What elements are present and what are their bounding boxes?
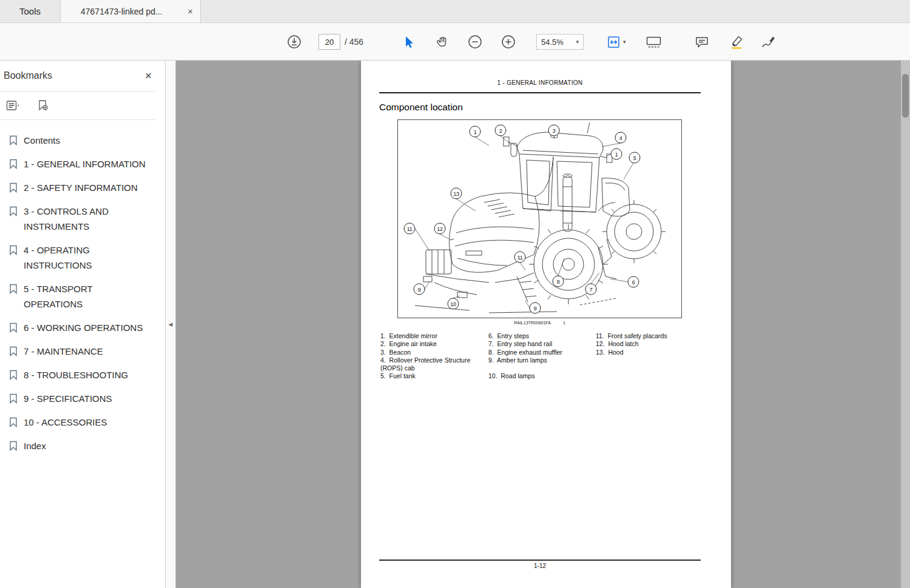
tab-tools[interactable]: Tools xyxy=(0,0,61,22)
page-footer-number: 1-12 xyxy=(379,563,701,569)
callout-number: 1 xyxy=(470,126,481,138)
vertical-scrollbar[interactable] xyxy=(901,61,910,588)
bookmarks-list: Contents 1 - GENERAL INFORMATION 2 - SAF xyxy=(0,120,165,458)
fit-page-button[interactable]: ▾ xyxy=(607,23,626,61)
download-icon xyxy=(287,35,302,49)
bookmarks-header: Bookmarks × xyxy=(0,61,165,91)
legend-item: 2. Engine air intake xyxy=(380,340,488,348)
bookmark-icon xyxy=(9,284,18,312)
tab-close-icon[interactable]: × xyxy=(187,6,193,16)
legend-item: 11. Front safety placards xyxy=(596,332,690,340)
legend-item: 12. Hood latch xyxy=(596,340,690,348)
toolbar: / 456 54.5% ▾ ▾ xyxy=(0,23,910,61)
section-title: Component location xyxy=(379,102,463,113)
bookmark-item[interactable]: 6 - WORKING OPERATIONS xyxy=(0,316,165,339)
page-number-input[interactable] xyxy=(318,34,340,50)
bookmark-item[interactable]: 2 - SAFETY INFORMATION xyxy=(0,176,165,199)
zoom-out-button[interactable] xyxy=(468,23,482,61)
zoom-in-icon xyxy=(501,35,516,49)
hand-tool-button[interactable] xyxy=(435,23,449,61)
select-tool-button[interactable] xyxy=(402,23,414,61)
pointer-icon xyxy=(402,35,414,48)
legend-item: 10. Road lamps xyxy=(488,372,596,380)
sidebar-collapse-handle[interactable]: ◀ xyxy=(166,61,176,588)
highlight-button[interactable] xyxy=(729,23,744,61)
reading-mode-icon xyxy=(645,36,662,48)
legend-item: 1. Extendible mirror xyxy=(380,332,488,340)
fill-sign-button[interactable] xyxy=(761,23,777,61)
bookmark-item[interactable]: 7 - MAINTENANCE xyxy=(0,339,165,363)
callout-number: 13 xyxy=(451,188,462,199)
bookmark-item-label: Contents xyxy=(24,133,60,148)
bookmark-item-label: 8 - TROUBLESHOOTING xyxy=(24,367,128,383)
document-viewport: 1 - GENERAL INFORMATION Component locati… xyxy=(176,61,910,588)
figure-caption: RAIL13TR00691FA 1 xyxy=(397,321,682,325)
read-mode-button[interactable] xyxy=(645,23,662,61)
bookmark-item[interactable]: 8 - TROUBLESHOOTING xyxy=(0,363,165,387)
callout-number: 11 xyxy=(404,223,416,235)
figure-reference-code: RAIL13TR00691FA xyxy=(514,321,551,325)
legend-item: 13. Hood xyxy=(596,349,690,356)
bookmark-icon xyxy=(9,441,18,453)
legend-column-3: 11. Front safety placards12. Hood latch1… xyxy=(596,332,690,381)
zoom-level-dropdown[interactable]: 54.5% ▾ xyxy=(536,34,584,50)
bookmark-item[interactable]: 3 - CONTROLS AND INSTRUMENTS xyxy=(0,199,165,238)
chevron-down-icon[interactable]: ▾ xyxy=(623,39,626,45)
bookmark-item[interactable]: 1 - GENERAL INFORMATION xyxy=(0,152,165,176)
close-icon[interactable]: × xyxy=(145,69,152,82)
callout-number: 12 xyxy=(434,223,446,235)
zoom-level-value: 54.5% xyxy=(541,38,564,47)
comment-button[interactable] xyxy=(695,23,709,61)
save-download-button[interactable] xyxy=(287,23,302,61)
legend-item: 4. Rollover Protective Structure (ROPS) … xyxy=(380,356,488,373)
legend-item: 6. Entry steps xyxy=(488,332,596,340)
tab-bar: Tools 47671473-linked pd... × xyxy=(0,0,910,23)
bookmark-item[interactable]: Contents xyxy=(0,129,165,152)
pdf-page: 1 - GENERAL INFORMATION Component locati… xyxy=(361,61,731,588)
bookmark-icon xyxy=(9,370,18,383)
legend-item: 7. Entry step hand rail xyxy=(488,340,596,348)
callout-number: 1 xyxy=(611,149,622,160)
bookmark-item-label: 10 - ACCESSORIES xyxy=(24,415,107,430)
header-rule xyxy=(379,92,701,93)
bookmark-item-label: 9 - SPECIFICATIONS xyxy=(24,391,112,406)
callout-number: 7 xyxy=(585,284,597,295)
callout-number: 11 xyxy=(514,252,526,263)
expand-current-bookmark-button[interactable] xyxy=(36,99,49,112)
bookmark-item[interactable]: 5 - TRANSPORT OPERATIONS xyxy=(0,277,165,316)
bookmark-item[interactable]: 4 - OPERATING INSTRUCTIONS xyxy=(0,238,165,277)
tractor-line-drawing xyxy=(398,120,682,319)
tab-document[interactable]: 47671473-linked pd... × xyxy=(61,0,201,22)
bookmark-options-button[interactable] xyxy=(6,100,19,111)
bookmarks-panel: Bookmarks × xyxy=(0,61,166,588)
component-legend: 1. Extendible mirror2. Engine air intake… xyxy=(380,332,702,381)
legend-item xyxy=(488,364,596,372)
callout-number: 8 xyxy=(553,276,564,287)
footer-rule xyxy=(379,560,701,561)
scrollbar-thumb[interactable] xyxy=(902,74,909,118)
bookmark-icon xyxy=(9,159,18,172)
callout-number: 3 xyxy=(548,125,560,136)
bookmark-item-label: 2 - SAFETY INFORMATION xyxy=(24,180,138,195)
callout-number: 5 xyxy=(629,152,641,164)
zoom-out-icon xyxy=(468,35,482,49)
component-location-figure: 1 2 3 4 1 xyxy=(397,119,682,318)
chevron-down-icon: ▾ xyxy=(576,39,579,45)
tab-tools-label: Tools xyxy=(19,6,41,16)
callout-number: 2 xyxy=(495,125,507,136)
callout-number: 6 xyxy=(628,276,639,288)
hand-icon xyxy=(435,35,449,49)
bookmark-item[interactable]: 10 - ACCESSORIES xyxy=(0,410,165,434)
panel-options-icon xyxy=(6,100,19,111)
bookmark-item-label: 7 - MAINTENANCE xyxy=(24,344,103,359)
bookmark-icon xyxy=(9,322,18,335)
callout-number: 9 xyxy=(414,284,425,295)
zoom-in-button[interactable] xyxy=(501,23,516,61)
bookmark-item[interactable]: 9 - SPECIFICATIONS xyxy=(0,387,165,410)
page-running-header: 1 - GENERAL INFORMATION xyxy=(379,79,701,86)
highlighter-icon xyxy=(729,35,744,49)
legend-item: 9. Amber turn lamps xyxy=(488,356,596,364)
bookmark-item[interactable]: Index xyxy=(0,434,165,458)
bookmark-icon xyxy=(9,393,18,406)
page-count-label: / 456 xyxy=(345,23,363,61)
